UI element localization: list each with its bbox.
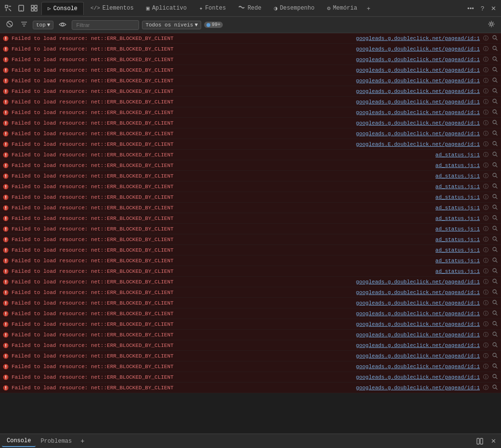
source-link[interactable]: ad_status.js:1 — [436, 226, 482, 232]
context-selector[interactable]: top ▼ — [33, 21, 53, 29]
info-btn[interactable]: ⓘ — [482, 267, 490, 275]
source-link[interactable]: ad_status.js:1 — [436, 247, 482, 253]
filter-toggle-btn[interactable] — [18, 20, 30, 30]
info-btn[interactable]: ⓘ — [482, 172, 490, 180]
search-btn[interactable] — [491, 320, 499, 328]
source-link[interactable]: googleads.g.doubleclick.net/pagead/id:1 — [356, 364, 482, 370]
source-link[interactable]: googleads.g.doubleclick.net/pagead/id:1 — [356, 67, 482, 73]
source-link[interactable]: googleads.g.doubleclick.net/pagead/id:1 — [356, 300, 482, 306]
search-btn[interactable] — [491, 183, 499, 190]
info-btn[interactable]: ⓘ — [482, 204, 490, 212]
info-btn[interactable]: ⓘ — [482, 66, 490, 74]
info-btn[interactable]: ⓘ — [482, 45, 490, 53]
source-link[interactable]: ad_status.js:1 — [436, 269, 482, 274]
inspect-icon-btn[interactable] — [2, 3, 14, 13]
tab-application[interactable]: ▣ Aplicativo — [141, 2, 193, 15]
info-btn[interactable]: ⓘ — [482, 214, 490, 222]
split-panel-btn[interactable] — [474, 436, 486, 447]
source-link[interactable]: googleads.E.doubleclick.net/pagead/id:1 — [356, 141, 482, 147]
search-btn[interactable] — [491, 352, 499, 359]
tab-network[interactable]: Rede — [232, 2, 267, 14]
bottom-tab-console[interactable]: Console — [2, 435, 36, 447]
source-link[interactable]: ad_status.js:1 — [436, 163, 482, 168]
source-link[interactable]: ad_status.js:1 — [436, 173, 482, 179]
search-btn[interactable] — [491, 331, 499, 338]
filter-input[interactable] — [72, 20, 139, 30]
search-btn[interactable] — [491, 119, 499, 127]
search-btn[interactable] — [491, 162, 499, 169]
info-btn[interactable]: ⓘ — [482, 309, 490, 318]
close-btn[interactable]: ✕ — [488, 3, 499, 14]
search-btn[interactable] — [491, 215, 499, 222]
search-btn[interactable] — [491, 310, 499, 317]
add-bottom-tab-btn[interactable]: + — [77, 435, 88, 447]
source-link[interactable]: googleads.g.doubleclick.net/pagead/id:1 — [356, 385, 482, 391]
info-btn[interactable]: ⓘ — [482, 256, 490, 265]
close-panel-btn[interactable]: ✕ — [488, 435, 499, 447]
search-btn[interactable] — [491, 130, 499, 137]
info-btn[interactable]: ⓘ — [482, 151, 490, 159]
search-btn[interactable] — [491, 342, 499, 349]
info-btn[interactable]: ⓘ — [482, 161, 490, 169]
tab-console[interactable]: ▷ Console — [41, 2, 84, 15]
tab-elements[interactable]: </> Elementos — [85, 2, 140, 14]
source-link[interactable]: googleads.g.doubleclick.net/pagead/id:1 — [356, 89, 482, 94]
source-link[interactable]: googleads.g.doubleclick.net/pagead/id:1 — [356, 311, 482, 317]
source-link[interactable]: ad_status.js:1 — [436, 237, 482, 243]
source-link[interactable]: googleads.g.doubleclick.net/pagead/id:1 — [356, 321, 482, 327]
add-tab-btn[interactable]: + — [364, 3, 373, 14]
search-btn[interactable] — [491, 56, 499, 63]
info-btn[interactable]: ⓘ — [482, 182, 490, 191]
eye-icon-btn[interactable] — [56, 20, 69, 30]
search-btn[interactable] — [491, 246, 499, 254]
info-btn[interactable]: ⓘ — [482, 320, 490, 328]
more-options-btn[interactable]: ••• — [464, 3, 477, 14]
info-btn[interactable]: ⓘ — [482, 193, 490, 201]
tab-sources[interactable]: ✦ Fontes — [193, 2, 231, 15]
search-btn[interactable] — [491, 172, 499, 179]
info-btn[interactable]: ⓘ — [482, 235, 490, 243]
source-link[interactable]: googleads.g.doubleclick.net/pagead/id:1 — [356, 110, 482, 115]
help-btn[interactable]: ? — [478, 3, 487, 14]
bottom-tab-problems[interactable]: Problemas — [36, 436, 77, 447]
search-btn[interactable] — [491, 373, 499, 381]
source-link[interactable]: googleads.g.doubleclick.net/pagead/id:1 — [356, 99, 482, 105]
search-btn[interactable] — [491, 66, 499, 74]
info-btn[interactable]: ⓘ — [482, 299, 490, 307]
source-link[interactable]: googleads.g.doubleclick.net/pagead/id:1 — [356, 290, 482, 295]
more-icon-btn[interactable] — [28, 3, 40, 13]
source-link[interactable]: ad_status.js:1 — [436, 258, 482, 264]
info-btn[interactable]: ⓘ — [482, 129, 490, 138]
info-btn[interactable]: ⓘ — [482, 246, 490, 254]
source-link[interactable]: googleads.g.doubleclick.net/pagead/id:1 — [356, 343, 482, 348]
info-btn[interactable]: ⓘ — [482, 98, 490, 106]
search-btn[interactable] — [491, 268, 499, 275]
clear-console-btn[interactable] — [4, 19, 15, 30]
search-btn[interactable] — [491, 77, 499, 84]
device-icon-btn[interactable] — [15, 3, 27, 13]
search-btn[interactable] — [491, 141, 499, 148]
source-link[interactable]: ad_status.js:1 — [436, 194, 482, 200]
source-link[interactable]: ad_status.js:1 — [436, 205, 482, 211]
info-btn[interactable]: ⓘ — [482, 362, 490, 371]
info-btn[interactable]: ⓘ — [482, 331, 490, 339]
info-btn[interactable]: ⓘ — [482, 77, 490, 85]
search-btn[interactable] — [491, 88, 499, 95]
search-btn[interactable] — [491, 225, 499, 232]
source-link[interactable]: googleads.g.doubleclick.net/pagead/id:1 — [356, 78, 482, 84]
info-btn[interactable]: ⓘ — [482, 352, 490, 360]
search-btn[interactable] — [491, 109, 499, 116]
info-btn[interactable]: ⓘ — [482, 140, 490, 148]
source-link[interactable]: googleads.g.doubleclick.net/pagead/id:1 — [356, 36, 482, 41]
info-btn[interactable]: ⓘ — [482, 55, 490, 64]
source-link[interactable]: ad_status.js:1 — [436, 152, 482, 158]
search-btn[interactable] — [491, 363, 499, 370]
source-link[interactable]: googleads.g.doubleclick.net/pagead/id:1 — [356, 279, 482, 285]
source-link[interactable]: googleads.g.doubleclick.net/pagead/id:1 — [356, 131, 482, 137]
source-link[interactable]: googleads.g.doubleclick.net/pagead/id:1 — [356, 120, 482, 126]
search-btn[interactable] — [491, 35, 499, 42]
source-link[interactable]: ad_status.js:1 — [436, 216, 482, 221]
search-btn[interactable] — [491, 257, 499, 264]
settings-btn[interactable] — [486, 19, 497, 30]
search-btn[interactable] — [491, 45, 499, 52]
